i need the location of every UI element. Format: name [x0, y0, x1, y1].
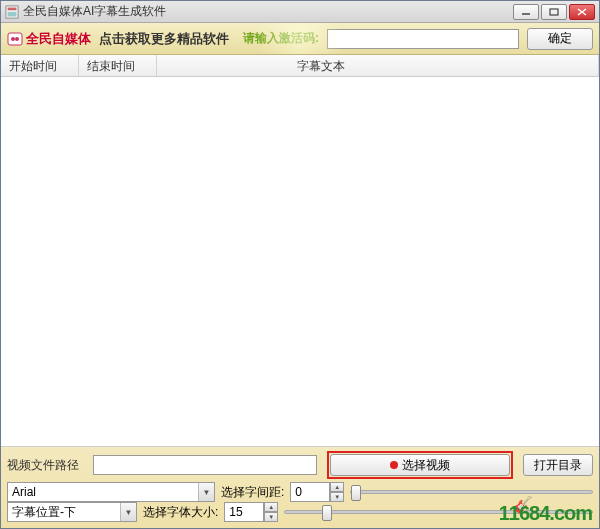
brand-icon — [7, 31, 23, 47]
toolbar: 全民自媒体 点击获取更多精品软件 请输入激活码: 确定 — [1, 23, 599, 55]
window-title: 全民自媒体AI字幕生成软件 — [23, 3, 513, 20]
spacing-slider[interactable] — [350, 482, 593, 502]
font-dropdown[interactable]: Arial ▼ — [7, 482, 215, 502]
banner-link[interactable]: 点击获取更多精品软件 — [99, 30, 229, 48]
svg-rect-1 — [8, 7, 17, 10]
open-directory-button[interactable]: 打开目录 — [523, 454, 593, 476]
table-header: 开始时间 结束时间 字幕文本 — [1, 55, 599, 77]
fontsize-down-button[interactable]: ▼ — [264, 512, 278, 522]
select-video-highlight: 选择视频 — [327, 451, 513, 479]
brand: 全民自媒体 — [7, 30, 91, 48]
spacing-label: 选择字间距: — [221, 484, 284, 501]
column-start-time[interactable]: 开始时间 — [1, 55, 79, 76]
column-subtitle-text[interactable]: 字幕文本 — [157, 55, 599, 76]
close-button[interactable] — [569, 4, 595, 20]
svg-rect-4 — [550, 9, 558, 15]
select-video-label: 选择视频 — [402, 457, 450, 474]
chevron-down-icon: ▼ — [120, 503, 136, 521]
brand-text: 全民自媒体 — [26, 30, 91, 48]
position-dropdown-value: 字幕位置-下 — [8, 504, 120, 521]
fontsize-slider[interactable]: 🎸 — [284, 502, 593, 522]
fontsize-value[interactable]: 15 — [224, 502, 264, 522]
svg-rect-2 — [8, 12, 17, 16]
maximize-button[interactable] — [541, 4, 567, 20]
fontsize-label: 选择字体大小: — [143, 504, 218, 521]
video-path-label: 视频文件路径 — [7, 457, 89, 474]
position-dropdown[interactable]: 字幕位置-下 ▼ — [7, 502, 137, 522]
spacing-down-button[interactable]: ▼ — [330, 492, 344, 502]
spacing-up-button[interactable]: ▲ — [330, 482, 344, 492]
fontsize-up-button[interactable]: ▲ — [264, 502, 278, 512]
activation-code-input[interactable] — [327, 29, 519, 49]
spacing-value[interactable]: 0 — [290, 482, 330, 502]
guitar-icon: 🎸 — [513, 495, 533, 514]
minimize-button[interactable] — [513, 4, 539, 20]
bottom-panel: 视频文件路径 选择视频 打开目录 Arial ▼ 选择字间距: 0 ▲ ▼ — [1, 447, 599, 528]
video-path-input[interactable] — [93, 455, 317, 475]
select-video-button[interactable]: 选择视频 — [330, 454, 510, 476]
spacing-stepper: 0 ▲ ▼ — [290, 482, 344, 502]
titlebar: 全民自媒体AI字幕生成软件 — [1, 1, 599, 23]
app-icon — [5, 5, 19, 19]
record-icon — [390, 461, 398, 469]
font-dropdown-value: Arial — [8, 485, 198, 499]
activation-code-label: 请输入激活码: — [243, 30, 319, 47]
confirm-button[interactable]: 确定 — [527, 28, 593, 50]
table-body — [1, 77, 599, 447]
chevron-down-icon: ▼ — [198, 483, 214, 501]
svg-point-9 — [15, 37, 19, 41]
column-end-time[interactable]: 结束时间 — [79, 55, 157, 76]
fontsize-stepper: 15 ▲ ▼ — [224, 502, 278, 522]
svg-point-8 — [11, 37, 15, 41]
